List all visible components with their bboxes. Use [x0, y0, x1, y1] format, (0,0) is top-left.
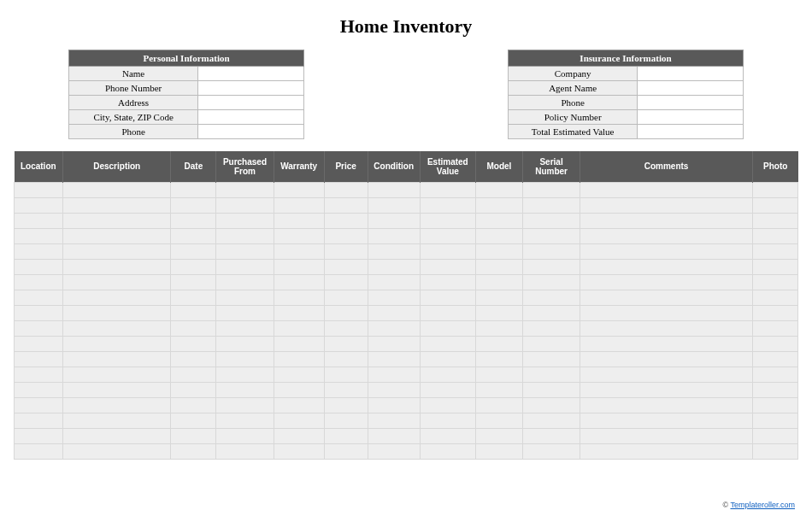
table-cell[interactable] — [475, 397, 522, 413]
table-cell[interactable] — [368, 382, 420, 397]
table-cell[interactable] — [274, 351, 324, 366]
table-cell[interactable] — [274, 428, 324, 443]
table-cell[interactable] — [171, 290, 216, 305]
table-cell[interactable] — [324, 274, 368, 290]
table-cell[interactable] — [171, 366, 216, 382]
table-cell[interactable] — [580, 397, 753, 413]
table-cell[interactable] — [752, 413, 797, 428]
table-cell[interactable] — [63, 290, 171, 305]
table-cell[interactable] — [580, 259, 753, 274]
table-cell[interactable] — [15, 443, 63, 459]
table-cell[interactable] — [171, 305, 216, 320]
table-cell[interactable] — [475, 274, 522, 290]
table-cell[interactable] — [420, 336, 475, 351]
table-cell[interactable] — [368, 197, 420, 213]
table-cell[interactable] — [63, 305, 171, 320]
table-cell[interactable] — [522, 336, 580, 351]
table-cell[interactable] — [15, 213, 63, 228]
table-cell[interactable] — [324, 305, 368, 320]
table-cell[interactable] — [216, 197, 274, 213]
table-cell[interactable] — [475, 366, 522, 382]
table-cell[interactable] — [171, 320, 216, 336]
table-cell[interactable] — [522, 213, 580, 228]
table-cell[interactable] — [324, 366, 368, 382]
table-cell[interactable] — [274, 397, 324, 413]
table-cell[interactable] — [324, 243, 368, 259]
table-cell[interactable] — [171, 197, 216, 213]
table-cell[interactable] — [368, 213, 420, 228]
table-cell[interactable] — [522, 366, 580, 382]
insurance-value[interactable] — [638, 125, 744, 139]
table-cell[interactable] — [15, 397, 63, 413]
table-cell[interactable] — [475, 197, 522, 213]
table-cell[interactable] — [420, 397, 475, 413]
table-cell[interactable] — [324, 382, 368, 397]
table-cell[interactable] — [420, 305, 475, 320]
table-cell[interactable] — [324, 413, 368, 428]
table-cell[interactable] — [368, 366, 420, 382]
table-cell[interactable] — [63, 182, 171, 197]
table-cell[interactable] — [522, 397, 580, 413]
table-cell[interactable] — [63, 336, 171, 351]
table-cell[interactable] — [420, 213, 475, 228]
table-cell[interactable] — [15, 197, 63, 213]
table-cell[interactable] — [216, 366, 274, 382]
table-cell[interactable] — [752, 213, 797, 228]
table-cell[interactable] — [63, 213, 171, 228]
table-cell[interactable] — [475, 305, 522, 320]
table-cell[interactable] — [420, 413, 475, 428]
table-cell[interactable] — [171, 397, 216, 413]
table-cell[interactable] — [63, 382, 171, 397]
table-cell[interactable] — [475, 213, 522, 228]
table-cell[interactable] — [171, 228, 216, 243]
table-cell[interactable] — [15, 259, 63, 274]
personal-value[interactable] — [198, 125, 304, 139]
table-cell[interactable] — [274, 413, 324, 428]
table-cell[interactable] — [15, 382, 63, 397]
table-cell[interactable] — [522, 351, 580, 366]
table-cell[interactable] — [420, 290, 475, 305]
table-cell[interactable] — [216, 305, 274, 320]
table-cell[interactable] — [420, 428, 475, 443]
table-cell[interactable] — [580, 413, 753, 428]
table-cell[interactable] — [63, 243, 171, 259]
table-cell[interactable] — [171, 382, 216, 397]
table-cell[interactable] — [420, 243, 475, 259]
table-cell[interactable] — [580, 243, 753, 259]
table-cell[interactable] — [752, 182, 797, 197]
table-cell[interactable] — [216, 290, 274, 305]
table-cell[interactable] — [216, 382, 274, 397]
table-cell[interactable] — [15, 366, 63, 382]
table-cell[interactable] — [522, 197, 580, 213]
table-cell[interactable] — [752, 305, 797, 320]
table-cell[interactable] — [216, 336, 274, 351]
table-cell[interactable] — [274, 243, 324, 259]
table-cell[interactable] — [216, 259, 274, 274]
table-cell[interactable] — [63, 259, 171, 274]
table-cell[interactable] — [171, 243, 216, 259]
table-cell[interactable] — [324, 213, 368, 228]
table-cell[interactable] — [63, 413, 171, 428]
table-cell[interactable] — [216, 213, 274, 228]
table-cell[interactable] — [324, 259, 368, 274]
table-cell[interactable] — [274, 320, 324, 336]
table-cell[interactable] — [324, 351, 368, 366]
table-cell[interactable] — [522, 259, 580, 274]
table-cell[interactable] — [580, 351, 753, 366]
table-cell[interactable] — [216, 351, 274, 366]
table-cell[interactable] — [171, 182, 216, 197]
table-cell[interactable] — [216, 413, 274, 428]
table-cell[interactable] — [368, 243, 420, 259]
table-cell[interactable] — [324, 397, 368, 413]
table-cell[interactable] — [522, 182, 580, 197]
table-cell[interactable] — [63, 443, 171, 459]
table-cell[interactable] — [274, 382, 324, 397]
table-cell[interactable] — [216, 428, 274, 443]
table-cell[interactable] — [420, 351, 475, 366]
table-cell[interactable] — [15, 351, 63, 366]
insurance-value[interactable] — [638, 67, 744, 81]
table-cell[interactable] — [324, 197, 368, 213]
table-cell[interactable] — [15, 290, 63, 305]
table-cell[interactable] — [15, 320, 63, 336]
table-cell[interactable] — [368, 336, 420, 351]
